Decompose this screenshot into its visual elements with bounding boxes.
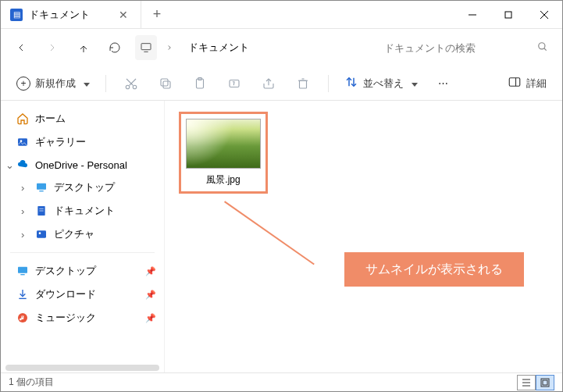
chevron-down-icon — [80, 77, 90, 89]
sidebar-item-od-pictures[interactable]: › ピクチャ — [1, 223, 164, 246]
sidebar-item-onedrive[interactable]: ⌄ OneDrive - Personal — [1, 154, 164, 176]
sidebar-label: ミュージック — [35, 311, 96, 325]
status-text: 1 個の項目 — [9, 376, 54, 389]
svg-rect-13 — [163, 81, 170, 88]
sidebar-item-desktop[interactable]: デスクトップ 📌 — [1, 259, 164, 283]
icon-view-button[interactable] — [536, 375, 554, 390]
svg-point-9 — [126, 85, 130, 89]
pin-icon: 📌 — [145, 313, 156, 323]
file-pane[interactable]: 風景.jpg サムネイルが表示される — [165, 101, 562, 372]
breadcrumb-current[interactable]: ドキュメント — [188, 41, 249, 55]
sort-label: 並べ替え — [363, 77, 404, 91]
search-icon — [537, 41, 548, 55]
pin-icon: 📌 — [145, 266, 156, 276]
sidebar-label: デスクトップ — [54, 180, 115, 194]
plus-circle-icon: + — [16, 77, 30, 91]
details-pane-button[interactable]: 詳細 — [503, 72, 551, 94]
svg-rect-33 — [18, 267, 27, 273]
details-label: 詳細 — [526, 77, 547, 91]
sidebar-item-gallery[interactable]: ギャラリー — [1, 130, 164, 154]
svg-rect-34 — [20, 274, 24, 275]
chevron-right-icon[interactable]: › — [21, 229, 32, 241]
sidebar-item-home[interactable]: ホーム — [1, 107, 164, 130]
annotation-callout: サムネイルが表示される — [344, 252, 524, 287]
delete-button[interactable] — [289, 73, 317, 94]
tab-close-button[interactable]: ✕ — [116, 9, 131, 21]
search-input[interactable] — [384, 42, 531, 54]
new-label: 新規作成 — [35, 77, 76, 91]
new-button[interactable]: + 新規作成 — [12, 73, 94, 94]
sidebar-item-downloads[interactable]: ダウンロード 📌 — [1, 283, 164, 306]
divider — [10, 252, 155, 253]
maximize-button[interactable] — [490, 1, 526, 29]
gallery-icon — [16, 136, 29, 148]
scrollbar[interactable] — [5, 365, 159, 371]
sidebar-item-music[interactable]: ミュージック 📌 — [1, 306, 164, 330]
file-item[interactable]: 風景.jpg — [179, 112, 268, 194]
document-icon — [35, 205, 48, 217]
desktop-icon — [35, 181, 48, 194]
back-button[interactable] — [7, 34, 35, 62]
divider — [328, 75, 329, 92]
svg-line-11 — [130, 79, 136, 85]
sidebar: ホーム ギャラリー ⌄ OneDrive - Personal › デスクトップ… — [1, 101, 165, 372]
pin-icon: 📌 — [145, 290, 156, 300]
annotation-line — [224, 201, 315, 265]
sidebar-item-od-documents[interactable]: › ドキュメント — [1, 199, 164, 223]
svg-rect-31 — [37, 230, 46, 237]
chevron-right-icon[interactable]: › — [21, 182, 32, 194]
sidebar-label: ギャラリー — [35, 135, 86, 149]
sidebar-label: OneDrive - Personal — [35, 159, 127, 171]
rename-button[interactable] — [220, 73, 248, 94]
paste-button[interactable] — [186, 73, 214, 94]
pictures-icon — [35, 228, 48, 241]
share-button[interactable] — [255, 73, 283, 94]
svg-rect-5 — [141, 44, 151, 50]
new-tab-button[interactable]: + — [141, 6, 173, 23]
svg-rect-19 — [300, 80, 307, 88]
list-view-button[interactable] — [517, 375, 536, 390]
svg-point-25 — [20, 140, 23, 142]
up-button[interactable] — [69, 34, 98, 62]
sidebar-label: ホーム — [35, 112, 66, 126]
more-button[interactable]: ⋯ — [429, 74, 457, 92]
file-thumbnail — [186, 119, 261, 169]
copy-button[interactable] — [151, 73, 180, 94]
monitor-icon[interactable] — [135, 35, 157, 60]
svg-point-7 — [539, 42, 545, 48]
cut-button[interactable] — [117, 73, 145, 94]
chevron-right-icon[interactable]: › — [21, 205, 32, 217]
svg-rect-42 — [543, 380, 547, 385]
chevron-down-icon[interactable]: ⌄ — [5, 159, 16, 171]
annotation-text: サムネイルが表示される — [365, 262, 503, 278]
search-box[interactable] — [376, 41, 556, 55]
close-window-button[interactable] — [526, 1, 562, 29]
document-icon: ▤ — [10, 9, 23, 21]
forward-button[interactable] — [38, 34, 66, 62]
tab-documents[interactable]: ▤ ドキュメント ✕ — [1, 1, 141, 28]
minimize-button[interactable] — [454, 1, 490, 29]
sidebar-item-od-desktop[interactable]: › デスクトップ — [1, 176, 164, 199]
svg-line-12 — [126, 79, 133, 85]
svg-rect-27 — [39, 191, 43, 191]
sidebar-label: ダウンロード — [35, 287, 96, 301]
downloads-icon — [16, 288, 29, 301]
sidebar-label: ドキュメント — [54, 204, 115, 218]
details-pane-icon — [508, 75, 522, 91]
svg-point-32 — [39, 232, 41, 234]
refresh-button[interactable] — [101, 34, 129, 62]
svg-point-10 — [133, 85, 137, 89]
chevron-down-icon — [408, 77, 418, 89]
file-name: 風景.jpg — [186, 173, 261, 187]
svg-rect-22 — [509, 78, 520, 87]
svg-line-8 — [544, 48, 547, 50]
svg-rect-14 — [161, 79, 168, 86]
svg-rect-26 — [37, 184, 46, 190]
music-icon — [16, 312, 29, 324]
divider — [105, 75, 106, 92]
tab-title: ドキュメント — [29, 8, 109, 22]
home-icon — [16, 112, 29, 125]
sort-button[interactable]: 並べ替え — [340, 72, 422, 94]
breadcrumb-chevron[interactable] — [160, 37, 179, 59]
sidebar-label: デスクトップ — [35, 264, 96, 278]
